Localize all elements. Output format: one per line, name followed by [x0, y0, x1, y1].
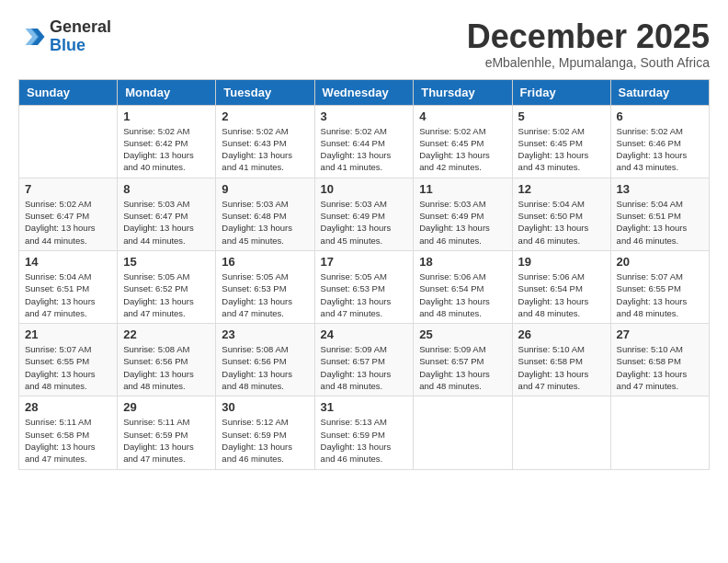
day-number: 9: [222, 182, 308, 196]
day-detail: Sunrise: 5:02 AMSunset: 6:47 PMDaylight:…: [25, 198, 111, 247]
day-number: 18: [419, 255, 506, 269]
calendar-cell: [414, 396, 512, 469]
calendar-cell: [512, 396, 610, 469]
day-number: 31: [321, 400, 408, 414]
day-detail: Sunrise: 5:04 AMSunset: 6:50 PMDaylight:…: [518, 198, 605, 247]
location-title: eMbalenhle, Mpumalanga, South Africa: [467, 55, 710, 70]
day-of-week-header: Sunday: [19, 79, 118, 105]
calendar-cell: 26Sunrise: 5:10 AMSunset: 6:58 PMDayligh…: [512, 324, 610, 396]
day-number: 10: [321, 182, 408, 196]
calendar-cell: 4Sunrise: 5:02 AMSunset: 6:45 PMDaylight…: [414, 105, 512, 178]
calendar-cell: 16Sunrise: 5:05 AMSunset: 6:53 PMDayligh…: [216, 250, 314, 323]
day-of-week-header: Friday: [512, 79, 610, 105]
day-detail: Sunrise: 5:13 AMSunset: 6:59 PMDaylight:…: [321, 416, 408, 465]
day-number: 4: [419, 109, 506, 123]
page-header: General Blue December 2025 eMbalenhle, M…: [18, 18, 710, 70]
calendar-week-row: 28Sunrise: 5:11 AMSunset: 6:58 PMDayligh…: [19, 396, 710, 469]
day-number: 5: [518, 109, 605, 123]
calendar-cell: 19Sunrise: 5:06 AMSunset: 6:54 PMDayligh…: [512, 250, 610, 323]
month-title: December 2025: [467, 18, 710, 55]
calendar-cell: 24Sunrise: 5:09 AMSunset: 6:57 PMDayligh…: [314, 324, 414, 396]
calendar-cell: 11Sunrise: 5:03 AMSunset: 6:49 PMDayligh…: [414, 178, 512, 250]
day-number: 17: [321, 255, 408, 269]
day-detail: Sunrise: 5:06 AMSunset: 6:54 PMDaylight:…: [518, 270, 605, 319]
day-number: 19: [518, 255, 605, 269]
calendar-cell: 25Sunrise: 5:09 AMSunset: 6:57 PMDayligh…: [414, 324, 512, 396]
calendar-cell: 23Sunrise: 5:08 AMSunset: 6:56 PMDayligh…: [216, 324, 314, 396]
day-of-week-header: Wednesday: [314, 79, 414, 105]
day-number: 26: [518, 327, 605, 341]
day-number: 7: [25, 182, 111, 196]
day-number: 16: [222, 255, 308, 269]
calendar-cell: 5Sunrise: 5:02 AMSunset: 6:45 PMDaylight…: [512, 105, 610, 178]
day-number: 21: [25, 327, 111, 341]
calendar-cell: 1Sunrise: 5:02 AMSunset: 6:42 PMDaylight…: [118, 105, 216, 178]
calendar-cell: 9Sunrise: 5:03 AMSunset: 6:48 PMDaylight…: [216, 178, 314, 250]
day-detail: Sunrise: 5:09 AMSunset: 6:57 PMDaylight:…: [321, 343, 408, 392]
day-detail: Sunrise: 5:02 AMSunset: 6:44 PMDaylight:…: [321, 125, 408, 174]
day-of-week-header: Monday: [118, 79, 216, 105]
day-number: 22: [123, 327, 210, 341]
day-detail: Sunrise: 5:12 AMSunset: 6:59 PMDaylight:…: [222, 416, 308, 465]
calendar-week-row: 21Sunrise: 5:07 AMSunset: 6:55 PMDayligh…: [19, 324, 710, 396]
day-number: 20: [617, 255, 703, 269]
day-detail: Sunrise: 5:10 AMSunset: 6:58 PMDaylight:…: [617, 343, 703, 392]
calendar-week-row: 7Sunrise: 5:02 AMSunset: 6:47 PMDaylight…: [19, 178, 710, 250]
logo-general: General: [50, 18, 111, 37]
calendar-table: SundayMondayTuesdayWednesdayThursdayFrid…: [18, 79, 710, 470]
logo-blue: Blue: [50, 37, 111, 55]
day-detail: Sunrise: 5:05 AMSunset: 6:52 PMDaylight:…: [123, 270, 210, 319]
calendar-cell: 8Sunrise: 5:03 AMSunset: 6:47 PMDaylight…: [118, 178, 216, 250]
calendar-cell: 2Sunrise: 5:02 AMSunset: 6:43 PMDaylight…: [216, 105, 314, 178]
calendar-week-row: 1Sunrise: 5:02 AMSunset: 6:42 PMDaylight…: [19, 105, 710, 178]
calendar-cell: 15Sunrise: 5:05 AMSunset: 6:52 PMDayligh…: [118, 250, 216, 323]
day-detail: Sunrise: 5:02 AMSunset: 6:46 PMDaylight:…: [617, 125, 703, 174]
logo: General Blue: [18, 18, 111, 55]
day-detail: Sunrise: 5:07 AMSunset: 6:55 PMDaylight:…: [617, 270, 703, 319]
day-detail: Sunrise: 5:05 AMSunset: 6:53 PMDaylight:…: [222, 270, 308, 319]
day-number: 12: [518, 182, 605, 196]
day-detail: Sunrise: 5:11 AMSunset: 6:58 PMDaylight:…: [25, 416, 111, 465]
calendar-cell: 31Sunrise: 5:13 AMSunset: 6:59 PMDayligh…: [314, 396, 414, 469]
day-number: 15: [123, 255, 210, 269]
logo-text: General Blue: [50, 18, 111, 55]
day-detail: Sunrise: 5:03 AMSunset: 6:49 PMDaylight:…: [419, 198, 506, 247]
day-number: 29: [123, 400, 210, 414]
day-of-week-header: Saturday: [610, 79, 709, 105]
day-number: 25: [419, 327, 506, 341]
calendar-cell: 22Sunrise: 5:08 AMSunset: 6:56 PMDayligh…: [118, 324, 216, 396]
day-number: 3: [321, 109, 408, 123]
day-detail: Sunrise: 5:02 AMSunset: 6:45 PMDaylight:…: [419, 125, 506, 174]
calendar-cell: 13Sunrise: 5:04 AMSunset: 6:51 PMDayligh…: [610, 178, 709, 250]
day-detail: Sunrise: 5:04 AMSunset: 6:51 PMDaylight:…: [617, 198, 703, 247]
day-detail: Sunrise: 5:05 AMSunset: 6:53 PMDaylight:…: [321, 270, 408, 319]
day-number: 8: [123, 182, 210, 196]
calendar-cell: 29Sunrise: 5:11 AMSunset: 6:59 PMDayligh…: [118, 396, 216, 469]
calendar-cell: 14Sunrise: 5:04 AMSunset: 6:51 PMDayligh…: [19, 250, 118, 323]
day-number: 14: [25, 255, 111, 269]
day-detail: Sunrise: 5:02 AMSunset: 6:42 PMDaylight:…: [123, 125, 210, 174]
day-detail: Sunrise: 5:11 AMSunset: 6:59 PMDaylight:…: [123, 416, 210, 465]
day-number: 13: [617, 182, 703, 196]
day-detail: Sunrise: 5:08 AMSunset: 6:56 PMDaylight:…: [222, 343, 308, 392]
calendar-header-row: SundayMondayTuesdayWednesdayThursdayFrid…: [19, 79, 710, 105]
day-of-week-header: Thursday: [414, 79, 512, 105]
day-number: 27: [617, 327, 703, 341]
day-detail: Sunrise: 5:03 AMSunset: 6:48 PMDaylight:…: [222, 198, 308, 247]
day-detail: Sunrise: 5:04 AMSunset: 6:51 PMDaylight:…: [25, 270, 111, 319]
calendar-cell: 3Sunrise: 5:02 AMSunset: 6:44 PMDaylight…: [314, 105, 414, 178]
calendar-body: 1Sunrise: 5:02 AMSunset: 6:42 PMDaylight…: [19, 105, 710, 469]
day-number: 24: [321, 327, 408, 341]
calendar-cell: 6Sunrise: 5:02 AMSunset: 6:46 PMDaylight…: [610, 105, 709, 178]
calendar-cell: 27Sunrise: 5:10 AMSunset: 6:58 PMDayligh…: [610, 324, 709, 396]
day-number: 2: [222, 109, 308, 123]
calendar-cell: [19, 105, 118, 178]
day-number: 1: [123, 109, 210, 123]
day-number: 6: [617, 109, 703, 123]
day-detail: Sunrise: 5:06 AMSunset: 6:54 PMDaylight:…: [419, 270, 506, 319]
calendar-cell: 17Sunrise: 5:05 AMSunset: 6:53 PMDayligh…: [314, 250, 414, 323]
logo-icon: [18, 23, 46, 51]
calendar-week-row: 14Sunrise: 5:04 AMSunset: 6:51 PMDayligh…: [19, 250, 710, 323]
day-detail: Sunrise: 5:09 AMSunset: 6:57 PMDaylight:…: [419, 343, 506, 392]
day-detail: Sunrise: 5:07 AMSunset: 6:55 PMDaylight:…: [25, 343, 111, 392]
